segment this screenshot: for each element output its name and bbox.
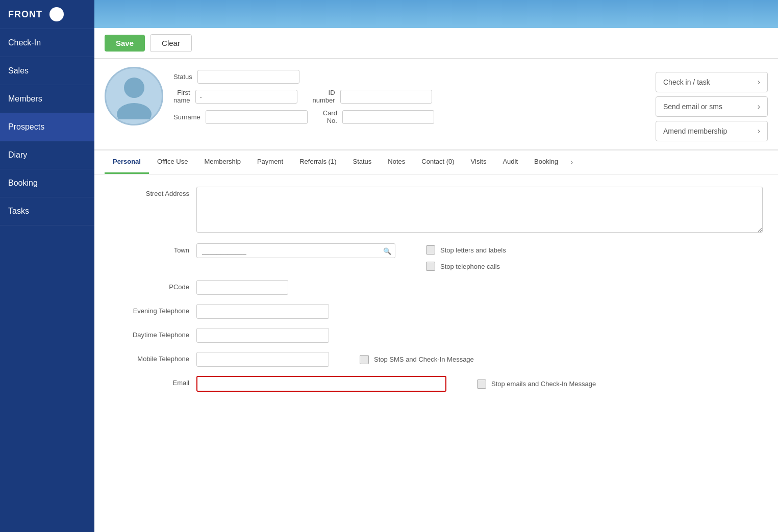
- stop-letters-checkbox[interactable]: [426, 245, 435, 255]
- firstname-id-row: Firstname IDnumber: [173, 89, 645, 104]
- sidebar-item-prospects[interactable]: Prospects: [0, 113, 94, 141]
- sidebar-item-sales[interactable]: Sales: [0, 57, 94, 85]
- member-card: Status Firstname IDnumber Surname CardNo…: [94, 59, 778, 150]
- stop-telephone-checkbox[interactable]: [426, 262, 435, 271]
- surname-label: Surname: [173, 113, 200, 121]
- town-label: Town: [110, 243, 196, 254]
- check-in-task-button[interactable]: Check in / task ›: [656, 72, 768, 92]
- sidebar-item-members[interactable]: Members: [0, 85, 94, 113]
- surname-input[interactable]: [206, 110, 308, 124]
- stop-emails-checkbox[interactable]: [477, 379, 486, 389]
- tab-referrals[interactable]: Referrals (1): [291, 150, 344, 174]
- clear-button[interactable]: Clear: [150, 34, 192, 52]
- sidebar-header: FRONT: [0, 0, 94, 29]
- stop-telephone-row: Stop telephone calls: [426, 262, 506, 271]
- sidebar-item-diary[interactable]: Diary: [0, 141, 94, 169]
- stop-letters-row: Stop letters and labels: [426, 245, 506, 255]
- card-no-label: CardNo.: [323, 109, 337, 124]
- tab-notes[interactable]: Notes: [380, 150, 413, 174]
- tab-contact[interactable]: Contact (0): [413, 150, 462, 174]
- sidebar: FRONT Check-In Sales Members Prospects D…: [0, 0, 94, 532]
- stop-sms-label: Stop SMS and Check-In Message: [374, 356, 474, 363]
- top-bar: [94, 0, 778, 28]
- firstname-label: Firstname: [173, 89, 190, 104]
- mobile-telephone-row: Mobile Telephone Stop SMS and Check-In M…: [110, 352, 763, 367]
- sidebar-nav: Check-In Sales Members Prospects Diary B…: [0, 29, 94, 532]
- stop-emails-row: Stop emails and Check-In Message: [477, 379, 596, 389]
- email-row: Email Stop emails and Check-In Message: [110, 376, 763, 392]
- evening-telephone-label: Evening Telephone: [110, 304, 196, 315]
- tab-status[interactable]: Status: [344, 150, 380, 174]
- stop-emails-label: Stop emails and Check-In Message: [491, 380, 596, 388]
- toolbar: Save Clear: [94, 28, 778, 59]
- town-input[interactable]: [196, 243, 395, 258]
- daytime-telephone-input[interactable]: [196, 328, 329, 343]
- svg-point-0: [124, 78, 144, 98]
- member-fields: Status Firstname IDnumber Surname CardNo…: [173, 67, 645, 124]
- chevron-right-icon: ›: [758, 102, 760, 111]
- svg-point-1: [117, 103, 152, 119]
- street-address-input[interactable]: [196, 187, 763, 233]
- status-label: Status: [173, 73, 192, 81]
- street-address-col: [196, 187, 763, 234]
- search-icon: 🔍: [383, 247, 391, 255]
- tab-visits[interactable]: Visits: [463, 150, 495, 174]
- tabs-bar: Personal Office Use Membership Payment R…: [94, 150, 778, 174]
- card-no-input[interactable]: [342, 110, 434, 124]
- status-input[interactable]: [197, 70, 299, 84]
- send-email-sms-button[interactable]: Send email or sms ›: [656, 96, 768, 117]
- daytime-telephone-label: Daytime Telephone: [110, 328, 196, 339]
- tab-payment[interactable]: Payment: [249, 150, 291, 174]
- checkbox-stop-letters-area: Stop letters and labels Stop telephone c…: [426, 243, 506, 271]
- avatar: [105, 67, 163, 125]
- tab-membership[interactable]: Membership: [196, 150, 249, 174]
- tab-personal[interactable]: Personal: [105, 150, 149, 174]
- firstname-input[interactable]: [195, 90, 297, 104]
- avatar-icon: [114, 73, 155, 119]
- form-content: Street Address Town 🔍 Stop letters and l…: [94, 174, 778, 532]
- stop-sms-row: Stop SMS and Check-In Message: [360, 355, 474, 364]
- tab-more-arrow[interactable]: ›: [566, 150, 577, 174]
- pcode-label: PCode: [110, 280, 196, 291]
- id-number-label: IDnumber: [313, 89, 335, 104]
- app-title: FRONT: [8, 9, 42, 20]
- status-row: Status: [173, 70, 645, 84]
- surname-card-row: Surname CardNo.: [173, 109, 645, 124]
- chevron-right-icon: ›: [758, 126, 760, 136]
- sidebar-item-booking[interactable]: Booking: [0, 169, 94, 197]
- daytime-telephone-row: Daytime Telephone: [110, 328, 763, 343]
- stop-sms-checkbox[interactable]: [360, 355, 369, 364]
- evening-telephone-row: Evening Telephone: [110, 304, 763, 319]
- street-address-label: Street Address: [110, 187, 196, 197]
- id-number-input[interactable]: [340, 90, 432, 104]
- stop-letters-label: Stop letters and labels: [440, 246, 506, 254]
- action-buttons: Check in / task › Send email or sms › Am…: [656, 67, 768, 141]
- mobile-telephone-label: Mobile Telephone: [110, 352, 196, 363]
- mobile-telephone-input[interactable]: [196, 352, 329, 367]
- tab-audit[interactable]: Audit: [494, 150, 526, 174]
- pcode-input[interactable]: [196, 280, 288, 295]
- amend-membership-button[interactable]: Amend membership ›: [656, 121, 768, 141]
- email-label: Email: [110, 376, 196, 387]
- tab-booking[interactable]: Booking: [526, 150, 566, 174]
- save-button[interactable]: Save: [105, 35, 145, 52]
- street-address-row: Street Address: [110, 187, 763, 234]
- email-input[interactable]: [196, 376, 446, 392]
- toggle-switch[interactable]: [49, 7, 64, 21]
- evening-telephone-input[interactable]: [196, 304, 329, 319]
- stop-telephone-label: Stop telephone calls: [440, 263, 500, 270]
- sidebar-item-tasks[interactable]: Tasks: [0, 197, 94, 225]
- chevron-right-icon: ›: [758, 78, 760, 87]
- tab-office-use[interactable]: Office Use: [149, 150, 196, 174]
- pcode-row: PCode: [110, 280, 763, 295]
- main-content: Save Clear Status Firstname IDnumber: [94, 0, 778, 532]
- town-row: Town 🔍 Stop letters and labels Stop tele…: [110, 243, 763, 271]
- sidebar-item-check-in[interactable]: Check-In: [0, 29, 94, 57]
